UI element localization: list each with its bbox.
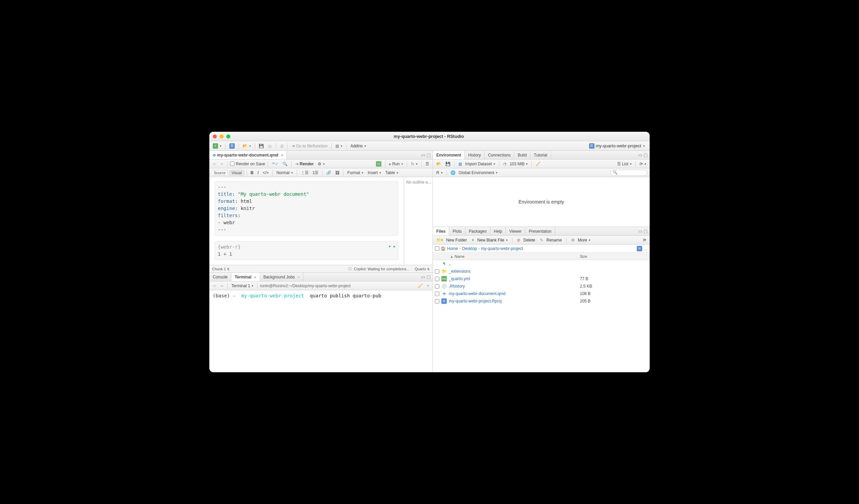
memory-button[interactable]: ◔ 103 MiB▾ [502,161,529,167]
addins-button[interactable]: Addins▾ [349,143,367,149]
tab-help[interactable]: Help [491,227,506,235]
new-project-button[interactable]: R [228,143,236,149]
goto-button[interactable]: ➜Go to file/function [290,143,329,149]
file-row[interactable]: ⬘ my-quarto-webr-document.qmd 108 B [433,290,650,297]
print-button[interactable]: 🖨 [278,143,285,149]
editor-content[interactable]: --- title: "My quarto-webr document" for… [209,177,404,265]
row-check[interactable] [435,292,439,296]
run-button[interactable]: ▸Run▾ [388,161,404,167]
run-chunk-icon[interactable]: ▸ [393,243,396,250]
row-check[interactable] [435,269,439,274]
link-button[interactable]: 🔗 [325,170,333,175]
tab-environment[interactable]: Environment [433,151,465,159]
close-term-icon[interactable]: × [425,283,431,289]
home-icon[interactable]: 🏠 [441,246,446,251]
tab-presentation[interactable]: Presentation [525,227,555,235]
minimize-icon[interactable] [220,135,224,139]
close-icon[interactable] [213,135,217,139]
chunk-nav[interactable]: Chunk 1 ⇅ [212,267,230,271]
more-path-icon[interactable]: … [644,246,648,251]
term-fwd[interactable]: ➡ [219,283,225,289]
tab-tutorial[interactable]: Tutorial [530,151,551,159]
run-above-icon[interactable]: ▾ [388,243,391,250]
save-button[interactable]: 💾 [257,143,265,149]
tab-files[interactable]: Files [433,227,449,235]
source-tab[interactable]: ⬘ my-quarto-webr-document.qmd × [209,151,287,159]
maximize-pane-icon[interactable]: ▢ [644,229,648,234]
file-row[interactable]: YML _quarto.yml 77 B [433,275,650,282]
minimize-pane-icon[interactable]: ▭ [638,229,642,234]
image-button[interactable]: 🖼 [334,170,341,175]
row-check[interactable] [435,299,439,304]
close-icon[interactable]: × [297,275,299,279]
new-folder-button[interactable]: 📁+ New Folder [435,238,468,243]
quarto-status[interactable]: Quarto ⇅ [415,267,430,271]
refresh-button[interactable]: ⟳▾ [638,161,648,167]
back-button[interactable]: ⬅ [211,161,217,167]
tab-history[interactable]: History [465,151,484,159]
row-check[interactable] [435,277,439,281]
render-on-save-check[interactable] [230,162,235,166]
yaml-block[interactable]: --- title: "My quarto-webr document" for… [215,181,398,236]
render-button[interactable]: ➜Render [294,161,315,167]
publish-button[interactable]: ↻▾ [409,161,419,167]
close-tab-icon[interactable]: × [281,153,283,157]
tab-build[interactable]: Build [514,151,530,159]
minimize-pane-icon[interactable]: ▭ [638,152,642,157]
format-menu[interactable]: Format▾ [346,170,365,175]
minimize-pane-icon[interactable]: ▭ [421,152,425,157]
delete-button[interactable]: ⊘ Delete [515,238,537,243]
bold-button[interactable]: B [249,170,255,175]
terminal-body[interactable]: (base) → my-quarto-webr-project quarto p… [209,290,433,372]
maximize-pane-icon[interactable]: ▢ [426,274,431,279]
tab-jobs[interactable]: Background Jobs× [260,273,303,281]
crumb-home[interactable]: Home [447,246,458,251]
fwd-button[interactable]: ➡ [219,161,225,167]
broom-button[interactable]: 🧹 [534,161,542,167]
spellcheck-button[interactable]: ᴬᴮ✓ [270,161,280,167]
more-button[interactable]: ⚙ More▾ [570,238,592,243]
new-blank-button[interactable]: + New Blank File▾ [470,238,509,243]
zoom-icon[interactable] [226,135,230,139]
env-search-input[interactable]: 🔍 [611,170,648,176]
insert-chunk-button[interactable]: +C [375,161,383,167]
search-button[interactable]: 🔍 [281,161,289,167]
lang-select[interactable]: R▾ [435,170,444,175]
row-check[interactable] [435,284,439,289]
table-menu[interactable]: Table▾ [384,170,400,175]
render-settings-button[interactable]: ⚙▾ [316,161,326,167]
project-selector[interactable]: R my-quarto-webr-project ▾ [586,142,648,149]
file-row[interactable]: R my-quarto-webr-project.Rproj 205 B [433,297,650,305]
import-dataset-button[interactable]: ▦ Import Dataset▾ [457,161,497,167]
tab-console[interactable]: Console [209,273,231,281]
outline-button[interactable]: ☰ [424,161,431,167]
file-row[interactable]: 📁 _extensions [433,268,650,275]
style-select[interactable]: Normal▾ [275,170,295,175]
crumb-project[interactable]: my-quarto-webr-project [481,246,523,251]
crumb-desktop[interactable]: Desktop [462,246,477,251]
maximize-pane-icon[interactable]: ▢ [644,152,648,157]
rproj-icon[interactable]: R [637,246,642,251]
clear-term-icon[interactable]: 🧹 [416,283,424,289]
italic-button[interactable]: I [256,170,260,175]
maximize-pane-icon[interactable]: ▢ [426,152,431,157]
select-all-check[interactable] [435,246,439,251]
tab-connections[interactable]: Connections [485,151,514,159]
close-icon[interactable]: × [254,275,256,279]
code-button[interactable]: </> [261,170,270,175]
open-file-button[interactable]: 📂▾ [241,143,252,149]
number-list-button[interactable]: 1☰ [311,170,320,175]
tab-viewer[interactable]: Viewer [506,227,525,235]
tab-plots[interactable]: Plots [449,227,465,235]
tab-packages[interactable]: Packages [465,227,491,235]
load-workspace-button[interactable]: 📂 [435,161,443,167]
minimize-pane-icon[interactable]: ▭ [421,274,425,279]
terminal-select[interactable]: Terminal 1▾ [230,283,255,289]
panes-button[interactable]: ▦▾ [334,143,344,149]
term-back[interactable]: ⬅ [211,283,217,289]
code-chunk[interactable]: ▾ ▸ {webr-r} 1 + 1 [215,241,398,260]
insert-menu[interactable]: Insert▾ [366,170,382,175]
source-mode-button[interactable]: Source [211,170,228,175]
scope-select[interactable]: 🌐 Global Environment▾ [449,170,499,175]
save-all-button[interactable]: 🗂 [267,143,273,149]
